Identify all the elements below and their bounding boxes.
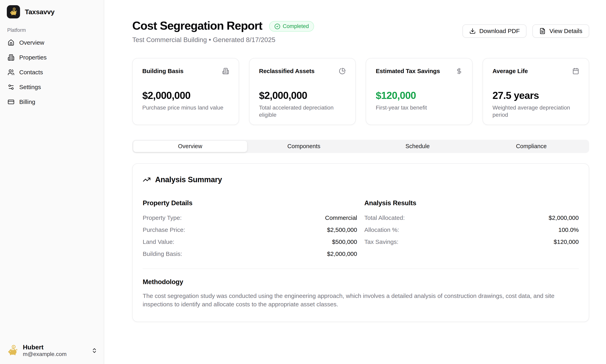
download-icon [469,28,476,34]
page-header: Cost Segregation Report Completed Test C… [132,19,589,44]
card-value: $2,000,000 [259,90,346,101]
card-description: Total accelerated depreciation eligible [259,104,346,118]
sidebar-item-label: Billing [19,99,35,105]
view-details-button[interactable]: View Details [532,25,589,38]
card-value: $120,000 [376,90,462,101]
property-details-column: Property Details Property Type: Commerci… [143,199,357,262]
detail-row-land-value: Land Value: $500,000 [143,238,357,247]
tab-components[interactable]: Components [247,141,361,152]
detail-row-building-basis: Building Basis: $2,000,000 [143,250,357,259]
status-badge-label: Completed [283,23,309,29]
calendar-icon [572,68,579,75]
chevrons-up-down-icon [91,348,97,354]
svg-text:$: $ [14,8,15,10]
stat-card-average-life: Average Life 27.5 years Weighted average… [483,58,589,125]
card-title: Reclassified Assets [259,68,315,75]
file-text-icon [539,28,546,34]
avatar: $ [6,344,19,357]
summary-grid: Property Details Property Type: Commerci… [143,199,579,262]
card-title: Building Basis [142,68,184,75]
header-actions: Download PDF View Details [462,25,589,38]
main-content: Cost Segregation Report Completed Test C… [104,0,606,364]
sidebar-item-label: Settings [19,84,41,91]
stat-card-tax-savings: Estimated Tax Savings $120,000 First-yea… [366,58,472,125]
stat-card-reclassified-assets: Reclassified Assets $2,000,000 Total acc… [249,58,356,125]
stat-card-building-basis: Building Basis $2,000,000 Purchase price… [132,58,239,125]
status-badge: Completed [269,21,314,32]
piggy-bank-icon: $ [9,7,18,16]
sidebar-item-billing[interactable]: Billing [5,95,99,108]
user-info: Hubert m@example.com [23,344,67,358]
user-name: Hubert [23,344,67,351]
analysis-results-title: Analysis Results [364,199,579,207]
panel-title: Analysis Summary [143,175,579,184]
user-menu[interactable]: $ Hubert m@example.com [4,342,100,360]
credit-card-icon [8,99,14,105]
trending-up-icon [143,176,151,184]
sidebar-item-label: Contacts [19,69,43,76]
settings-icon [8,84,14,91]
title-block: Cost Segregation Report Completed Test C… [132,19,314,44]
detail-row-property-type: Property Type: Commercial [143,214,357,222]
tab-overview[interactable]: Overview [133,141,247,152]
circle-check-icon [274,24,280,29]
stat-cards: Building Basis $2,000,000 Purchase price… [132,58,589,125]
result-row-tax-savings: Tax Savings: $120,000 [364,238,579,247]
house-icon [8,39,14,46]
sidebar-nav: Overview Properties Contacts Settings Bi… [5,36,99,108]
sidebar-item-label: Overview [19,39,44,46]
card-value: 27.5 years [493,90,579,101]
download-pdf-button[interactable]: Download PDF [462,25,527,38]
sidebar: $ Taxsavvy Platform Overview Properties … [0,0,104,364]
download-pdf-label: Download PDF [479,28,520,34]
methodology-text: The cost segregation study was conducted… [143,292,574,309]
sidebar-item-overview[interactable]: Overview [5,36,99,49]
methodology-section: Methodology The cost segregation study w… [143,278,579,309]
page-title: Cost Segregation Report [132,19,262,32]
building-icon [8,54,14,61]
detail-row-purchase-price: Purchase Price: $2,500,000 [143,226,357,234]
card-description: First-year tax benefit [376,104,462,111]
user-email: m@example.com [23,351,67,358]
sidebar-item-label: Properties [19,54,47,61]
card-title: Average Life [493,68,528,75]
sidebar-item-properties[interactable]: Properties [5,51,99,64]
card-description: Weighted average depreciation period [493,104,579,118]
card-value: $2,000,000 [142,90,229,101]
view-details-label: View Details [549,28,582,34]
panel-divider [143,269,579,269]
pie-chart-icon [339,68,346,75]
tab-compliance[interactable]: Compliance [474,141,588,152]
panel-title-label: Analysis Summary [155,175,222,184]
property-details-title: Property Details [143,199,357,207]
dollar-icon [456,68,462,75]
sidebar-item-settings[interactable]: Settings [5,81,99,93]
methodology-title: Methodology [143,278,579,286]
svg-text:$: $ [13,346,14,348]
building-icon [222,68,229,75]
sidebar-item-contacts[interactable]: Contacts [5,66,99,79]
analysis-results-column: Analysis Results Total Allocated: $2,000… [364,199,579,262]
taxsavvy-logo: $ [7,5,20,18]
brand-name: Taxsavvy [25,8,54,16]
report-tabs: Overview Components Schedule Compliance [132,140,589,153]
result-row-allocation-pct: Allocation %: 100.0% [364,226,579,234]
page-subtitle: Test Commercial Building • Generated 8/1… [132,36,314,44]
result-row-total-allocated: Total Allocated: $2,000,000 [364,214,579,222]
analysis-summary-panel: Analysis Summary Property Details Proper… [132,163,589,322]
card-title: Estimated Tax Savings [376,68,440,75]
tab-schedule[interactable]: Schedule [361,141,474,152]
sidebar-section-label: Platform [5,27,99,33]
brand[interactable]: $ Taxsavvy [5,4,99,19]
users-icon [8,69,14,76]
card-description: Purchase price minus land value [142,104,229,111]
